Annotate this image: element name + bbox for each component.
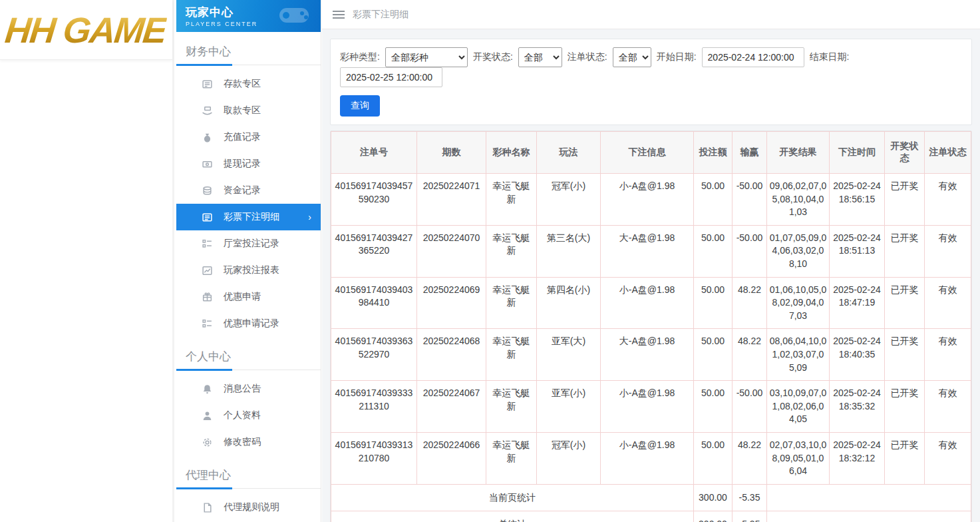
- sidebar-item-label: 资金记录: [224, 184, 261, 196]
- table-cell: 2025-02-24 18:47:19: [830, 277, 885, 329]
- table-body: 40156917403945759023020250224071幸运飞艇新冠军(…: [331, 174, 971, 522]
- sidebar-item-withdrawal-records[interactable]: 提现记录: [176, 150, 321, 177]
- page-title: 彩票下注明细: [353, 9, 408, 21]
- sidebar-item-lottery-bet-details[interactable]: 彩票下注明细 ›: [176, 204, 321, 230]
- table-cell: 20250224068: [417, 329, 486, 381]
- section-agent: 代理中心: [176, 465, 321, 489]
- table-cell: 2025-02-24 18:32:12: [830, 432, 885, 484]
- table-cell: 20250224070: [417, 225, 486, 277]
- table-cell: 20250224071: [417, 174, 486, 226]
- table-cell: 50.00: [694, 225, 733, 277]
- sidebar-item-player-bet-report[interactable]: 玩家投注报表: [176, 257, 321, 284]
- table-cell: 幸运飞艇新: [486, 174, 537, 226]
- table-cell: 亚军(大): [537, 329, 601, 381]
- chart-icon: [202, 265, 213, 276]
- topbar: 彩票下注明细: [322, 0, 980, 29]
- sidebar-item-recharge-records[interactable]: 充值记录: [176, 124, 321, 150]
- end-date-input[interactable]: [340, 67, 442, 87]
- table-cell: 已开奖: [885, 277, 925, 329]
- person-icon: [202, 410, 213, 421]
- sidebar-item-label: 厅室投注记录: [224, 238, 279, 250]
- summary-empty: [767, 484, 971, 511]
- end-date-label: 结束日期:: [810, 51, 850, 63]
- table-cell: 有效: [925, 432, 971, 484]
- list-icon: [202, 318, 213, 330]
- sidebar-item-withdraw-zone[interactable]: 取款专区: [176, 97, 321, 124]
- table-cell: 401569174039427365220: [331, 225, 417, 277]
- table-cell: 已开奖: [885, 381, 925, 433]
- sidebar-header: 玩家中心 PLAYERS CENTER: [176, 0, 321, 32]
- table-cell: 第三名(大): [537, 225, 601, 277]
- table-cell: 50.00: [694, 174, 733, 226]
- sidebar-item-funds-records[interactable]: 资金记录: [176, 177, 321, 204]
- sidebar-item-announcements[interactable]: 消息公告: [176, 376, 321, 402]
- table-cell: 03,10,09,07,01,08,02,06,04,05: [767, 381, 830, 433]
- col-win-loss: 输赢: [733, 132, 767, 174]
- sidebar-item-label: 玩家投注报表: [224, 264, 279, 276]
- table-cell: 亚军(小): [537, 381, 601, 433]
- lottery-type-select[interactable]: 全部彩种: [385, 47, 468, 67]
- table-cell: 有效: [925, 174, 971, 226]
- sidebar-item-label: 存款专区: [224, 78, 261, 90]
- sidebar-item-label: 彩票下注明细: [224, 211, 279, 223]
- table-cell: 401569174039403984410: [331, 277, 417, 329]
- table-cell: 401569174039313210780: [331, 432, 417, 484]
- table-cell: 第四名(小): [537, 277, 601, 329]
- sidebar-item-hall-bet-records[interactable]: 厅室投注记录: [176, 230, 321, 257]
- table-cell: 2025-02-24 18:51:13: [830, 225, 885, 277]
- section-finance: 财务中心: [176, 41, 321, 65]
- summary-win-loss: -5.35: [733, 484, 767, 511]
- table-cell: 幸运飞艇新: [486, 225, 537, 277]
- table-row: 40156917403940398441020250224069幸运飞艇新第四名…: [331, 277, 971, 329]
- summary-label: 总统计: [331, 511, 694, 522]
- hamburger-menu-icon[interactable]: [333, 9, 345, 21]
- table-cell: 48.22: [733, 432, 767, 484]
- table-cell: 20250224066: [417, 432, 486, 484]
- table-cell: 幸运飞艇新: [486, 277, 537, 329]
- table-cell: -50.00: [733, 174, 767, 226]
- personal-menu: 消息公告 个人资料 修改密码: [176, 370, 321, 455]
- sidebar-item-label: 个人资料: [224, 409, 261, 421]
- table-cell: 幸运飞艇新: [486, 381, 537, 433]
- col-lottery-name: 彩种名称: [486, 132, 537, 174]
- sidebar-item-label: 修改密码: [224, 436, 261, 448]
- table-cell: 48.22: [733, 329, 767, 381]
- table-cell: 有效: [925, 225, 971, 277]
- bet-status-select[interactable]: 全部: [613, 47, 651, 67]
- section-personal: 个人中心: [176, 346, 321, 370]
- col-bet-info: 下注信息: [601, 132, 694, 174]
- table-cell: 小-A盘@1.98: [601, 277, 694, 329]
- table-cell: 20250224069: [417, 277, 486, 329]
- sidebar-item-label: 消息公告: [224, 383, 261, 395]
- table-cell: 401569174039363522970: [331, 329, 417, 381]
- money-bag-icon: [202, 132, 213, 143]
- sidebar-item-label: 优惠申请: [224, 291, 261, 303]
- table-row: 40156917403942736522020250224070幸运飞艇新第三名…: [331, 225, 971, 277]
- sidebar-item-promo-records[interactable]: 优惠申请记录: [176, 310, 321, 337]
- sidebar-item-profile[interactable]: 个人资料: [176, 402, 321, 429]
- gamepad-icon: [277, 4, 314, 28]
- table-cell: 大-A盘@1.98: [601, 225, 694, 277]
- table-cell: 50.00: [694, 329, 733, 381]
- table-cell: 已开奖: [885, 225, 925, 277]
- table-cell: 50.00: [694, 381, 733, 433]
- draw-status-select[interactable]: 全部: [518, 47, 562, 67]
- agent-menu: 代理规则说明 代理团队统计: [176, 489, 321, 522]
- table-cell: 有效: [925, 381, 971, 433]
- query-button[interactable]: 查询: [340, 95, 380, 117]
- start-date-input[interactable]: [702, 47, 804, 67]
- summary-bet-total: 300.00: [694, 511, 733, 522]
- col-bet-amount: 投注额: [694, 132, 733, 174]
- col-draw-status: 开奖状态: [885, 132, 925, 174]
- sidebar-item-deposit-zone[interactable]: 存款专区: [176, 71, 321, 97]
- logo-bar: HH GAME: [0, 0, 172, 60]
- sidebar-item-agent-rules[interactable]: 代理规则说明: [176, 494, 321, 521]
- sidebar-item-change-password[interactable]: 修改密码: [176, 429, 321, 455]
- table-cell: 20250224067: [417, 381, 486, 433]
- current-page-summary-row: 当前页统计300.00-5.35: [331, 484, 971, 511]
- sidebar-item-promo-apply[interactable]: 优惠申请: [176, 284, 321, 310]
- logo-panel: HH GAME: [0, 0, 174, 522]
- table-cell: 有效: [925, 277, 971, 329]
- table-cell: -50.00: [733, 381, 767, 433]
- col-bet-number: 注单号: [331, 132, 417, 174]
